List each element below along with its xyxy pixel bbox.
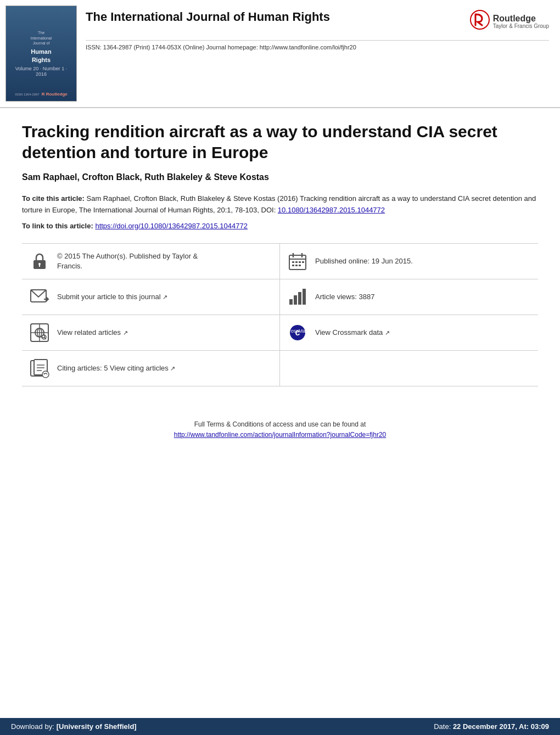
info-cell-copyright: © 2015 The Author(s). Published by Taylo… <box>22 244 280 279</box>
cover-title: HumanRights <box>31 48 51 65</box>
lock-icon <box>29 251 51 271</box>
download-value: [University of Sheffield] <box>57 722 137 731</box>
terms-text: Full Terms & Conditions of access and us… <box>33 419 527 430</box>
citation-block: To cite this article: Sam Raphael, Croft… <box>22 193 538 216</box>
issn-text: ISSN: 1364-2987 (Print) 1744-053X (Onlin… <box>86 44 356 51</box>
authors: Sam Raphael, Crofton Black, Ruth Blakele… <box>22 172 538 182</box>
cover-issn: ISSN 1364-2987 <box>15 93 39 96</box>
svg-rect-10 <box>299 261 301 263</box>
article-doi-link[interactable]: https://doi.org/10.1080/13642987.2015.10… <box>95 222 248 230</box>
svg-rect-17 <box>289 299 293 305</box>
download-label: Download by: <box>11 722 54 731</box>
svg-rect-13 <box>295 265 298 266</box>
cover-volume: Volume 20 · Number 1 · 2016 <box>9 66 73 77</box>
svg-rect-9 <box>295 261 298 263</box>
citing-icon <box>29 358 51 378</box>
issn-line: ISSN: 1364-2987 (Print) 1744-053X (Onlin… <box>86 40 549 51</box>
related-text[interactable]: View related articles ↗ <box>57 328 128 338</box>
citing-text[interactable]: Citing articles: 5 View citing articles … <box>57 363 175 373</box>
link-label: To link to this article: <box>22 222 93 230</box>
cover-top-text: TheInternationalJournal of <box>31 30 52 45</box>
routledge-name: Routledge <box>493 14 549 23</box>
footer-bar: Download by: [University of Sheffield] D… <box>0 718 560 735</box>
views-icon <box>287 287 309 307</box>
published-text: Published online: 19 Jun 2015. <box>315 256 413 266</box>
submit-icon <box>29 287 51 307</box>
info-cell-related[interactable]: View related articles ↗ <box>22 315 280 351</box>
article-title: Tracking rendition aircraft as a way to … <box>22 121 538 162</box>
footer-bar-left: Download by: [University of Sheffield] <box>11 722 137 731</box>
terms-link[interactable]: http://www.tandfonline.com/action/journa… <box>174 431 387 439</box>
copyright-text: © 2015 The Author(s). Published by Taylo… <box>57 251 198 271</box>
svg-rect-18 <box>294 295 297 305</box>
date-label: Date: <box>434 722 453 731</box>
footer-bar-right: Date: 22 December 2017, At: 03:09 <box>434 722 549 731</box>
info-cell-citing[interactable]: Citing articles: 5 View citing articles … <box>22 351 280 386</box>
citation-label: To cite this article: <box>22 194 85 203</box>
svg-rect-8 <box>292 261 294 263</box>
svg-point-0 <box>471 10 489 29</box>
info-cell-empty <box>280 351 538 386</box>
svg-point-37 <box>42 371 49 378</box>
info-cell-published: Published online: 19 Jun 2015. <box>280 244 538 279</box>
routledge-sub: Taylor & Francis Group <box>493 23 549 30</box>
main-content: Tracking rendition aircraft as a way to … <box>0 108 560 462</box>
info-grid: © 2015 The Author(s). Published by Taylo… <box>22 243 538 386</box>
journal-title: The International Journal of Human Right… <box>86 5 330 29</box>
info-cell-views: Article views: 3887 <box>280 279 538 315</box>
svg-rect-12 <box>292 265 294 266</box>
views-text: Article views: 3887 <box>315 292 374 302</box>
svg-rect-11 <box>302 261 304 263</box>
routledge-r-icon <box>470 10 490 33</box>
citation-doi-link[interactable]: 10.1080/13642987.2015.1044772 <box>278 206 385 214</box>
info-cell-crossmark[interactable]: c CrossMark View Crossmark data ↗ <box>280 315 538 351</box>
journal-cover: TheInternationalJournal of HumanRights V… <box>5 5 77 102</box>
cover-publisher: R Routledge <box>42 92 68 97</box>
calendar-icon <box>287 251 309 271</box>
header-top: The International Journal of Human Right… <box>86 5 549 38</box>
svg-rect-14 <box>299 265 301 266</box>
page-header: TheInternationalJournal of HumanRights V… <box>0 0 560 108</box>
date-value: 22 December 2017, At: 03:09 <box>453 722 549 731</box>
header-right: The International Journal of Human Right… <box>86 5 549 51</box>
crossmark-text[interactable]: View Crossmark data ↗ <box>315 328 390 338</box>
footer-terms: Full Terms & Conditions of access and us… <box>22 397 538 451</box>
svg-text:CrossMark: CrossMark <box>288 328 307 334</box>
svg-point-2 <box>38 263 41 265</box>
related-icon <box>29 323 51 343</box>
doi-block: To link to this article: https://doi.org… <box>22 222 538 230</box>
info-cell-submit[interactable]: Submit your article to this journal ↗ <box>22 279 280 315</box>
svg-rect-19 <box>298 292 301 305</box>
crossmark-icon: c CrossMark <box>287 323 309 343</box>
routledge-logo: Routledge Taylor & Francis Group <box>470 5 549 38</box>
svg-rect-20 <box>303 289 306 305</box>
submit-text[interactable]: Submit your article to this journal ↗ <box>57 292 167 302</box>
